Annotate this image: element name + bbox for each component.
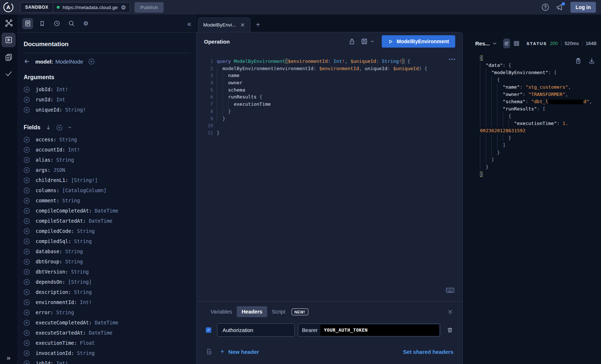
code-line[interactable]: 9} bbox=[197, 115, 462, 122]
bookmarks-icon[interactable] bbox=[37, 18, 48, 29]
field-name-link[interactable]: executionTime: bbox=[36, 340, 77, 346]
format-view-icon[interactable] bbox=[503, 39, 510, 48]
header-enabled-checkbox[interactable]: ✓ bbox=[206, 327, 211, 333]
add-field-to-query-icon[interactable] bbox=[24, 330, 30, 336]
field-type-link[interactable]: [String!] bbox=[71, 177, 97, 183]
field-type-link[interactable]: Float bbox=[80, 340, 95, 346]
field-type-link[interactable]: DateTime bbox=[89, 218, 112, 224]
field-type-link[interactable]: Int! bbox=[80, 299, 92, 305]
share-icon[interactable] bbox=[348, 38, 356, 45]
add-all-fields-icon[interactable] bbox=[56, 125, 63, 131]
help-icon[interactable] bbox=[541, 3, 549, 11]
query-editor[interactable]: 1query ModelByEnvironment($environmentId… bbox=[197, 58, 462, 137]
field-name-link[interactable]: alias: bbox=[36, 157, 53, 163]
collapse-request-section-icon[interactable] bbox=[447, 309, 453, 315]
add-field-to-query-icon[interactable] bbox=[24, 310, 30, 316]
endpoint-bar[interactable]: SANDBOX https://metadata.cloud.get ⚙ bbox=[20, 2, 130, 13]
login-button[interactable]: Log in bbox=[570, 2, 596, 13]
field-type-link[interactable]: Int! bbox=[56, 360, 68, 364]
add-field-to-query-icon[interactable] bbox=[24, 350, 30, 356]
field-type-link[interactable]: String bbox=[77, 228, 95, 234]
field-type-link[interactable]: String bbox=[77, 350, 95, 356]
expand-rail-icon[interactable]: » bbox=[0, 354, 17, 362]
connection-settings-gear-icon[interactable]: ⚙ bbox=[121, 4, 126, 11]
field-type-link[interactable]: Int! bbox=[68, 147, 80, 153]
field-type-link[interactable]: JSON bbox=[53, 167, 65, 173]
endpoint-url-wrap[interactable]: https://metadata.cloud.get ⚙ bbox=[53, 3, 129, 12]
field-type-link[interactable]: String! bbox=[65, 107, 86, 113]
field-name-link[interactable]: compiledSql: bbox=[36, 238, 71, 244]
field-name-link[interactable]: columns: bbox=[36, 187, 59, 193]
apollo-logo-icon[interactable]: A bbox=[2, 1, 15, 13]
code-line[interactable]: 6runResults { bbox=[197, 93, 462, 101]
sort-fields-icon[interactable] bbox=[45, 125, 51, 130]
code-line[interactable]: 4owner bbox=[197, 79, 462, 86]
add-field-to-query-icon[interactable] bbox=[24, 259, 30, 265]
add-field-to-query-icon[interactable] bbox=[24, 137, 30, 143]
field-type-link[interactable]: String bbox=[59, 137, 77, 142]
settings-gear-icon[interactable]: ⚙ bbox=[80, 18, 91, 29]
table-view-icon[interactable] bbox=[513, 39, 520, 48]
add-field-to-query-icon[interactable] bbox=[24, 238, 30, 244]
add-field-to-query-icon[interactable] bbox=[24, 107, 30, 113]
field-name-link[interactable]: dbtVersion: bbox=[36, 269, 68, 275]
field-type-link[interactable]: DateTime bbox=[89, 330, 112, 336]
field-type-link[interactable]: String bbox=[65, 259, 83, 264]
code-line[interactable]: 1query ModelByEnvironment($environmentId… bbox=[197, 58, 462, 65]
add-field-to-query-icon[interactable] bbox=[24, 248, 30, 255]
add-field-to-query-icon[interactable] bbox=[24, 177, 30, 183]
code-line[interactable]: 11} bbox=[197, 129, 462, 137]
new-tab-button[interactable]: + bbox=[251, 17, 266, 32]
add-field-to-query-icon[interactable] bbox=[24, 147, 30, 153]
environment-variables-icon[interactable] bbox=[206, 348, 212, 355]
add-to-query-icon[interactable] bbox=[88, 58, 95, 65]
tab-headers[interactable]: Headers bbox=[237, 306, 267, 317]
code-lines[interactable]: 1query ModelByEnvironment($environmentId… bbox=[197, 58, 462, 137]
history-icon[interactable] bbox=[51, 18, 62, 29]
add-field-to-query-icon[interactable] bbox=[24, 86, 30, 93]
field-type-link[interactable]: String bbox=[65, 248, 83, 254]
add-field-to-query-icon[interactable] bbox=[24, 299, 30, 306]
close-tab-icon[interactable]: ✕ bbox=[240, 22, 245, 28]
field-name-link[interactable]: jobId: bbox=[36, 360, 53, 364]
tab-script[interactable]: Script bbox=[267, 306, 290, 317]
field-name-link[interactable]: invocationId: bbox=[36, 350, 74, 356]
delete-header-icon[interactable] bbox=[446, 327, 453, 333]
field-type-link[interactable]: String bbox=[62, 198, 80, 203]
sidebar-item-operations-icon[interactable] bbox=[0, 49, 17, 65]
add-field-to-query-icon[interactable] bbox=[24, 228, 30, 234]
add-field-to-query-icon[interactable] bbox=[24, 320, 30, 326]
field-name-link[interactable]: dbtGroup: bbox=[36, 259, 62, 264]
announcements-megaphone-icon[interactable] bbox=[556, 3, 564, 11]
field-name-link[interactable]: compileStartedAt: bbox=[36, 218, 86, 224]
field-name-link[interactable]: childrenL1: bbox=[36, 177, 68, 183]
code-line[interactable]: 2modelByEnvironment(environmentId: $envi… bbox=[197, 65, 462, 72]
code-line[interactable]: 10 bbox=[197, 122, 462, 129]
field-type-link[interactable]: String bbox=[56, 310, 74, 315]
field-type-link[interactable]: [String] bbox=[68, 279, 92, 285]
field-type-link[interactable]: Int! bbox=[56, 86, 68, 92]
code-line[interactable]: 5schema bbox=[197, 86, 462, 94]
header-key-input[interactable]: Authorization bbox=[217, 323, 295, 337]
operation-tab[interactable]: ModelByEnvi... ✕ bbox=[198, 17, 251, 32]
set-shared-headers-link[interactable]: Set shared headers bbox=[403, 349, 453, 355]
save-options-chevron-icon[interactable] bbox=[370, 39, 374, 44]
save-icon[interactable] bbox=[361, 38, 368, 45]
field-type-link[interactable]: DateTime bbox=[95, 320, 118, 325]
tab-variables[interactable]: Variables bbox=[206, 306, 237, 317]
field-name-link[interactable]: jobId: bbox=[36, 86, 53, 92]
add-field-to-query-icon[interactable] bbox=[24, 97, 30, 103]
field-name-link[interactable]: comment: bbox=[36, 198, 59, 203]
add-field-to-query-icon[interactable] bbox=[24, 269, 30, 275]
keyboard-shortcuts-icon[interactable] bbox=[446, 287, 454, 294]
field-name-link[interactable]: database: bbox=[36, 248, 62, 254]
add-field-to-query-icon[interactable] bbox=[24, 187, 30, 194]
field-name-link[interactable]: args: bbox=[36, 167, 51, 173]
documentation-tab-icon[interactable] bbox=[22, 18, 33, 29]
docs-field-type-link[interactable]: ModelNode bbox=[55, 58, 83, 65]
sidebar-item-schema-graph-icon[interactable] bbox=[0, 15, 17, 31]
field-type-link[interactable]: Int bbox=[56, 97, 65, 102]
field-type-link[interactable]: String bbox=[74, 238, 92, 244]
field-type-link[interactable]: String bbox=[74, 289, 92, 295]
run-operation-button[interactable]: ModelByEnvironment bbox=[382, 35, 455, 48]
